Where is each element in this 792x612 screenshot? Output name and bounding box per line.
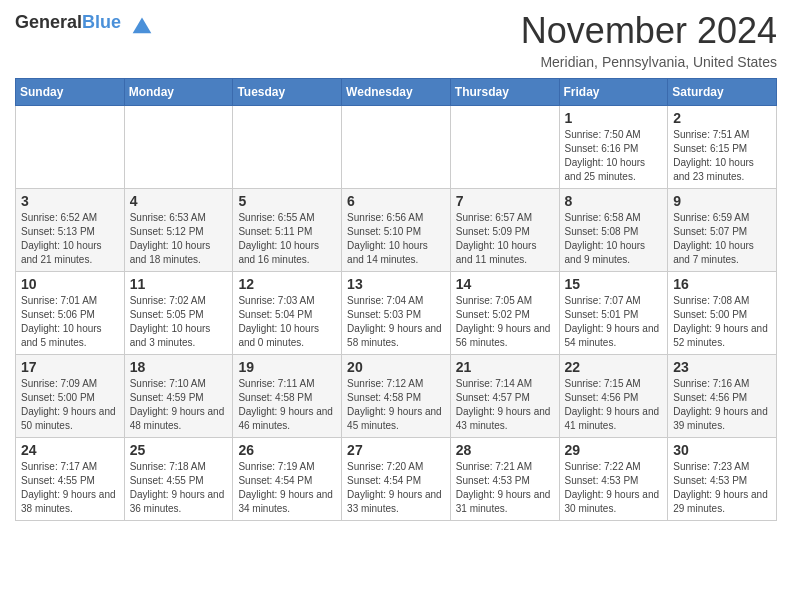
day-info: Sunrise: 7:15 AMSunset: 4:56 PMDaylight:…: [565, 377, 663, 433]
header: GeneralBlue November 2024 Meridian, Penn…: [15, 10, 777, 70]
day-number: 23: [673, 359, 771, 375]
day-of-week-saturday: Saturday: [668, 79, 777, 106]
day-number: 22: [565, 359, 663, 375]
days-of-week-row: SundayMondayTuesdayWednesdayThursdayFrid…: [16, 79, 777, 106]
day-info: Sunrise: 7:23 AMSunset: 4:53 PMDaylight:…: [673, 460, 771, 516]
calendar-table: SundayMondayTuesdayWednesdayThursdayFrid…: [15, 78, 777, 521]
day-info: Sunrise: 7:07 AMSunset: 5:01 PMDaylight:…: [565, 294, 663, 350]
logo-general: General: [15, 12, 82, 32]
day-number: 24: [21, 442, 119, 458]
day-number: 27: [347, 442, 445, 458]
day-info: Sunrise: 7:10 AMSunset: 4:59 PMDaylight:…: [130, 377, 228, 433]
day-number: 11: [130, 276, 228, 292]
day-of-week-tuesday: Tuesday: [233, 79, 342, 106]
calendar-cell: 21Sunrise: 7:14 AMSunset: 4:57 PMDayligh…: [450, 355, 559, 438]
day-number: 12: [238, 276, 336, 292]
calendar-cell: 30Sunrise: 7:23 AMSunset: 4:53 PMDayligh…: [668, 438, 777, 521]
day-info: Sunrise: 6:53 AMSunset: 5:12 PMDaylight:…: [130, 211, 228, 267]
day-info: Sunrise: 7:16 AMSunset: 4:56 PMDaylight:…: [673, 377, 771, 433]
calendar-cell: 26Sunrise: 7:19 AMSunset: 4:54 PMDayligh…: [233, 438, 342, 521]
week-row-2: 10Sunrise: 7:01 AMSunset: 5:06 PMDayligh…: [16, 272, 777, 355]
day-number: 18: [130, 359, 228, 375]
calendar-cell: 5Sunrise: 6:55 AMSunset: 5:11 PMDaylight…: [233, 189, 342, 272]
day-number: 7: [456, 193, 554, 209]
day-number: 14: [456, 276, 554, 292]
calendar-cell: 27Sunrise: 7:20 AMSunset: 4:54 PMDayligh…: [342, 438, 451, 521]
calendar-cell: 28Sunrise: 7:21 AMSunset: 4:53 PMDayligh…: [450, 438, 559, 521]
calendar-cell: [16, 106, 125, 189]
day-number: 4: [130, 193, 228, 209]
calendar-cell: 19Sunrise: 7:11 AMSunset: 4:58 PMDayligh…: [233, 355, 342, 438]
day-number: 21: [456, 359, 554, 375]
calendar-cell: 16Sunrise: 7:08 AMSunset: 5:00 PMDayligh…: [668, 272, 777, 355]
day-number: 13: [347, 276, 445, 292]
week-row-0: 1Sunrise: 7:50 AMSunset: 6:16 PMDaylight…: [16, 106, 777, 189]
day-number: 20: [347, 359, 445, 375]
day-number: 1: [565, 110, 663, 126]
calendar-header: SundayMondayTuesdayWednesdayThursdayFrid…: [16, 79, 777, 106]
day-info: Sunrise: 7:21 AMSunset: 4:53 PMDaylight:…: [456, 460, 554, 516]
week-row-3: 17Sunrise: 7:09 AMSunset: 5:00 PMDayligh…: [16, 355, 777, 438]
day-info: Sunrise: 7:11 AMSunset: 4:58 PMDaylight:…: [238, 377, 336, 433]
day-info: Sunrise: 6:52 AMSunset: 5:13 PMDaylight:…: [21, 211, 119, 267]
day-info: Sunrise: 7:22 AMSunset: 4:53 PMDaylight:…: [565, 460, 663, 516]
logo-text: GeneralBlue: [15, 12, 126, 32]
calendar-cell: 15Sunrise: 7:07 AMSunset: 5:01 PMDayligh…: [559, 272, 668, 355]
day-info: Sunrise: 7:09 AMSunset: 5:00 PMDaylight:…: [21, 377, 119, 433]
calendar-cell: 22Sunrise: 7:15 AMSunset: 4:56 PMDayligh…: [559, 355, 668, 438]
day-number: 9: [673, 193, 771, 209]
calendar-cell: 17Sunrise: 7:09 AMSunset: 5:00 PMDayligh…: [16, 355, 125, 438]
calendar-cell: 8Sunrise: 6:58 AMSunset: 5:08 PMDaylight…: [559, 189, 668, 272]
day-info: Sunrise: 6:57 AMSunset: 5:09 PMDaylight:…: [456, 211, 554, 267]
day-info: Sunrise: 7:18 AMSunset: 4:55 PMDaylight:…: [130, 460, 228, 516]
logo-icon: [128, 10, 156, 38]
logo: GeneralBlue: [15, 10, 156, 38]
svg-marker-0: [133, 17, 152, 33]
logo-blue: Blue: [82, 12, 121, 32]
day-of-week-sunday: Sunday: [16, 79, 125, 106]
day-number: 30: [673, 442, 771, 458]
week-row-4: 24Sunrise: 7:17 AMSunset: 4:55 PMDayligh…: [16, 438, 777, 521]
day-number: 15: [565, 276, 663, 292]
calendar-cell: 4Sunrise: 6:53 AMSunset: 5:12 PMDaylight…: [124, 189, 233, 272]
calendar-cell: 24Sunrise: 7:17 AMSunset: 4:55 PMDayligh…: [16, 438, 125, 521]
calendar-cell: 29Sunrise: 7:22 AMSunset: 4:53 PMDayligh…: [559, 438, 668, 521]
day-info: Sunrise: 6:55 AMSunset: 5:11 PMDaylight:…: [238, 211, 336, 267]
calendar-page: GeneralBlue November 2024 Meridian, Penn…: [0, 0, 792, 531]
day-number: 3: [21, 193, 119, 209]
day-of-week-friday: Friday: [559, 79, 668, 106]
calendar-cell: 9Sunrise: 6:59 AMSunset: 5:07 PMDaylight…: [668, 189, 777, 272]
day-info: Sunrise: 7:03 AMSunset: 5:04 PMDaylight:…: [238, 294, 336, 350]
day-info: Sunrise: 7:01 AMSunset: 5:06 PMDaylight:…: [21, 294, 119, 350]
day-info: Sunrise: 7:20 AMSunset: 4:54 PMDaylight:…: [347, 460, 445, 516]
month-title: November 2024: [521, 10, 777, 52]
day-number: 2: [673, 110, 771, 126]
calendar-cell: [124, 106, 233, 189]
calendar-cell: 20Sunrise: 7:12 AMSunset: 4:58 PMDayligh…: [342, 355, 451, 438]
day-info: Sunrise: 7:17 AMSunset: 4:55 PMDaylight:…: [21, 460, 119, 516]
day-info: Sunrise: 7:51 AMSunset: 6:15 PMDaylight:…: [673, 128, 771, 184]
calendar-cell: 23Sunrise: 7:16 AMSunset: 4:56 PMDayligh…: [668, 355, 777, 438]
day-info: Sunrise: 7:14 AMSunset: 4:57 PMDaylight:…: [456, 377, 554, 433]
day-number: 17: [21, 359, 119, 375]
calendar-body: 1Sunrise: 7:50 AMSunset: 6:16 PMDaylight…: [16, 106, 777, 521]
calendar-cell: [342, 106, 451, 189]
calendar-cell: 1Sunrise: 7:50 AMSunset: 6:16 PMDaylight…: [559, 106, 668, 189]
day-of-week-wednesday: Wednesday: [342, 79, 451, 106]
day-info: Sunrise: 7:50 AMSunset: 6:16 PMDaylight:…: [565, 128, 663, 184]
calendar-cell: 2Sunrise: 7:51 AMSunset: 6:15 PMDaylight…: [668, 106, 777, 189]
calendar-cell: [233, 106, 342, 189]
week-row-1: 3Sunrise: 6:52 AMSunset: 5:13 PMDaylight…: [16, 189, 777, 272]
calendar-cell: 11Sunrise: 7:02 AMSunset: 5:05 PMDayligh…: [124, 272, 233, 355]
calendar-cell: 14Sunrise: 7:05 AMSunset: 5:02 PMDayligh…: [450, 272, 559, 355]
day-info: Sunrise: 7:19 AMSunset: 4:54 PMDaylight:…: [238, 460, 336, 516]
calendar-cell: 18Sunrise: 7:10 AMSunset: 4:59 PMDayligh…: [124, 355, 233, 438]
day-info: Sunrise: 6:59 AMSunset: 5:07 PMDaylight:…: [673, 211, 771, 267]
day-number: 29: [565, 442, 663, 458]
calendar-cell: 13Sunrise: 7:04 AMSunset: 5:03 PMDayligh…: [342, 272, 451, 355]
day-info: Sunrise: 7:02 AMSunset: 5:05 PMDaylight:…: [130, 294, 228, 350]
day-info: Sunrise: 6:58 AMSunset: 5:08 PMDaylight:…: [565, 211, 663, 267]
day-number: 6: [347, 193, 445, 209]
calendar-cell: 7Sunrise: 6:57 AMSunset: 5:09 PMDaylight…: [450, 189, 559, 272]
title-block: November 2024 Meridian, Pennsylvania, Un…: [521, 10, 777, 70]
